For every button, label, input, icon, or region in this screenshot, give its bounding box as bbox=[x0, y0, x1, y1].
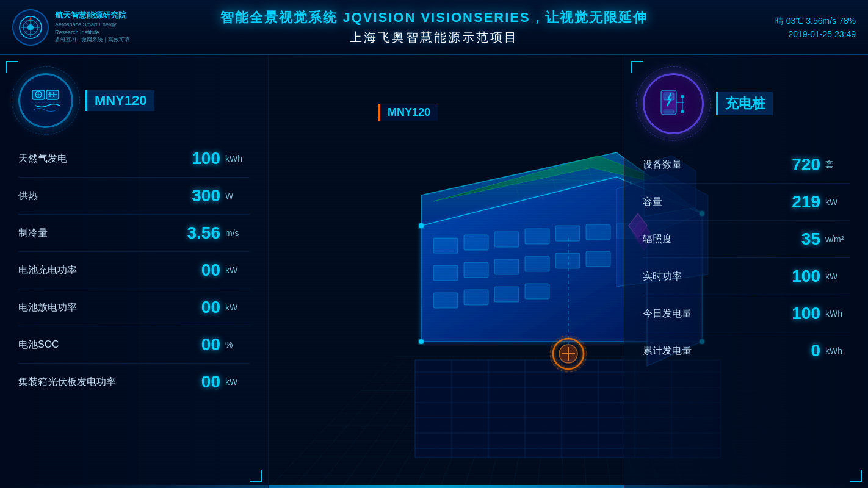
svg-rect-62 bbox=[661, 90, 676, 115]
left-icon-circle bbox=[18, 73, 73, 128]
svg-rect-3 bbox=[32, 90, 45, 99]
right-data-row-3: 实时功率 100 kW bbox=[643, 258, 850, 295]
unit-2: m/s bbox=[225, 228, 250, 238]
value-0: 100 bbox=[159, 149, 220, 168]
corner-br bbox=[250, 470, 262, 482]
value-3: 00 bbox=[159, 260, 220, 280]
label-4: 电池放电功率 bbox=[18, 301, 159, 314]
unit-6: kW bbox=[225, 377, 250, 387]
svg-rect-47 bbox=[525, 284, 549, 299]
svg-rect-63 bbox=[664, 93, 674, 100]
right-unit-5: kWh bbox=[825, 346, 850, 356]
right-panel: 充电桩 设备数量 720 套 容量 219 kW 辐照度 35 w/m² 实时功… bbox=[624, 55, 868, 488]
svg-rect-34 bbox=[525, 229, 549, 244]
svg-rect-32 bbox=[464, 235, 488, 250]
logo-title: 航天智慧能源研究院 bbox=[55, 10, 134, 21]
svg-rect-5 bbox=[46, 90, 59, 99]
svg-point-52 bbox=[419, 223, 424, 228]
logo-circle bbox=[12, 9, 49, 46]
right-icon-circle bbox=[643, 73, 704, 134]
right-icon-area: 充电桩 bbox=[643, 73, 850, 134]
right-data-row-5: 累计发电量 0 kWh bbox=[643, 332, 850, 369]
right-value-2: 35 bbox=[759, 229, 820, 249]
svg-rect-31 bbox=[433, 238, 458, 253]
right-unit-0: 套 bbox=[825, 159, 850, 170]
right-label-2: 辐照度 bbox=[643, 233, 759, 246]
label-3: 电池充电功率 bbox=[18, 264, 159, 277]
header-right: 晴 03℃ 3.56m/s 78% 2019-01-25 23:49 bbox=[734, 16, 856, 39]
unit-1: W bbox=[225, 191, 250, 201]
left-data-rows: 天然气发电 100 kWh 供热 300 W 制冷量 3.56 m/s 电池充电… bbox=[18, 140, 250, 400]
data-row-6: 集装箱光伏板发电功率 00 kW bbox=[18, 364, 250, 400]
label-1: 供热 bbox=[18, 190, 159, 203]
right-data-rows: 设备数量 720 套 容量 219 kW 辐照度 35 w/m² 实时功率 10… bbox=[643, 146, 850, 369]
right-panel-label: 充电桩 bbox=[716, 92, 773, 115]
corner-tl bbox=[6, 61, 18, 73]
right-label-5: 累计发电量 bbox=[643, 345, 759, 357]
right-label-4: 今日发电量 bbox=[643, 307, 759, 320]
right-corner-br bbox=[850, 470, 862, 482]
label-5: 电池SOC bbox=[18, 339, 159, 351]
weather-info: 晴 03℃ 3.56m/s 78% bbox=[775, 16, 856, 27]
right-label-0: 设备数量 bbox=[643, 159, 759, 171]
right-value-1: 219 bbox=[759, 192, 820, 212]
right-data-row-1: 容量 219 kW bbox=[643, 184, 850, 221]
svg-rect-33 bbox=[494, 232, 519, 247]
right-corner-tl bbox=[631, 61, 643, 73]
logo-subtitle-cn: 多维互补 | 微网系统 | 高效可靠 bbox=[55, 36, 134, 44]
unit-0: kWh bbox=[225, 154, 250, 163]
main-content: MNY120 天然气发电 100 kWh 供热 300 W 制冷量 3.56 m… bbox=[0, 55, 868, 488]
svg-rect-68 bbox=[664, 110, 674, 113]
hvac-icon bbox=[29, 84, 63, 118]
svg-rect-39 bbox=[464, 262, 488, 278]
label-0: 天然气发电 bbox=[18, 152, 159, 165]
right-data-row-4: 今日发电量 100 kWh bbox=[643, 295, 850, 332]
svg-rect-46 bbox=[494, 287, 519, 302]
svg-rect-42 bbox=[555, 253, 580, 268]
data-row-3: 电池充电功率 00 kW bbox=[18, 252, 250, 289]
data-row-2: 制冷量 3.56 m/s bbox=[18, 215, 250, 252]
svg-rect-38 bbox=[433, 265, 458, 281]
svg-point-4 bbox=[35, 92, 42, 98]
left-panel: MNY120 天然气发电 100 kWh 供热 300 W 制冷量 3.56 m… bbox=[0, 55, 269, 488]
charging-station-icon bbox=[654, 84, 693, 124]
svg-rect-36 bbox=[586, 224, 610, 240]
right-value-5: 0 bbox=[759, 341, 820, 361]
logo-icon bbox=[18, 15, 43, 40]
unit-5: % bbox=[225, 340, 250, 350]
data-row-5: 电池SOC 00 % bbox=[18, 326, 250, 364]
unit-4: kW bbox=[225, 303, 250, 312]
right-unit-3: kW bbox=[825, 271, 850, 281]
label-6: 集装箱光伏板发电功率 bbox=[18, 376, 159, 389]
mny-label: MNY120 bbox=[378, 104, 438, 121]
svg-rect-40 bbox=[494, 259, 519, 274]
header-sub-title: 上海飞奥智慧能源示范项目 bbox=[350, 29, 518, 46]
data-row-1: 供热 300 W bbox=[18, 178, 250, 215]
right-data-row-2: 辐照度 35 w/m² bbox=[643, 221, 850, 258]
left-icon-area: MNY120 bbox=[18, 73, 250, 128]
svg-rect-44 bbox=[433, 293, 458, 308]
svg-point-67 bbox=[681, 110, 684, 113]
value-4: 00 bbox=[159, 298, 220, 317]
header-center: 智能全景视觉系统 JQVISION VISIONSERIES，让视觉无限延伸 上… bbox=[134, 9, 734, 46]
right-value-4: 100 bbox=[759, 304, 820, 323]
data-row-4: 电池放电功率 00 kW bbox=[18, 289, 250, 326]
logo-text: 航天智慧能源研究院 Aerospace Smart Energy Researc… bbox=[55, 10, 134, 44]
right-value-0: 720 bbox=[759, 155, 820, 174]
right-value-3: 100 bbox=[759, 267, 820, 286]
header: 航天智慧能源研究院 Aerospace Smart Energy Researc… bbox=[0, 0, 868, 55]
right-unit-1: kW bbox=[825, 197, 850, 207]
date-time: 2019-01-25 23:49 bbox=[788, 29, 856, 39]
right-data-row-0: 设备数量 720 套 bbox=[643, 146, 850, 184]
header-main-title: 智能全景视觉系统 JQVISION VISIONSERIES，让视觉无限延伸 bbox=[220, 9, 647, 27]
svg-rect-41 bbox=[525, 256, 549, 271]
logo-area: 航天智慧能源研究院 Aerospace Smart Energy Researc… bbox=[12, 9, 134, 46]
svg-point-66 bbox=[681, 95, 684, 98]
right-label-1: 容量 bbox=[643, 196, 759, 209]
label-2: 制冷量 bbox=[18, 227, 159, 240]
svg-point-2 bbox=[27, 24, 34, 30]
unit-3: kW bbox=[225, 265, 250, 275]
right-unit-2: w/m² bbox=[825, 234, 850, 244]
logo-subtitle-en: Aerospace Smart Energy Research Institut… bbox=[55, 21, 134, 36]
right-unit-4: kWh bbox=[825, 309, 850, 318]
